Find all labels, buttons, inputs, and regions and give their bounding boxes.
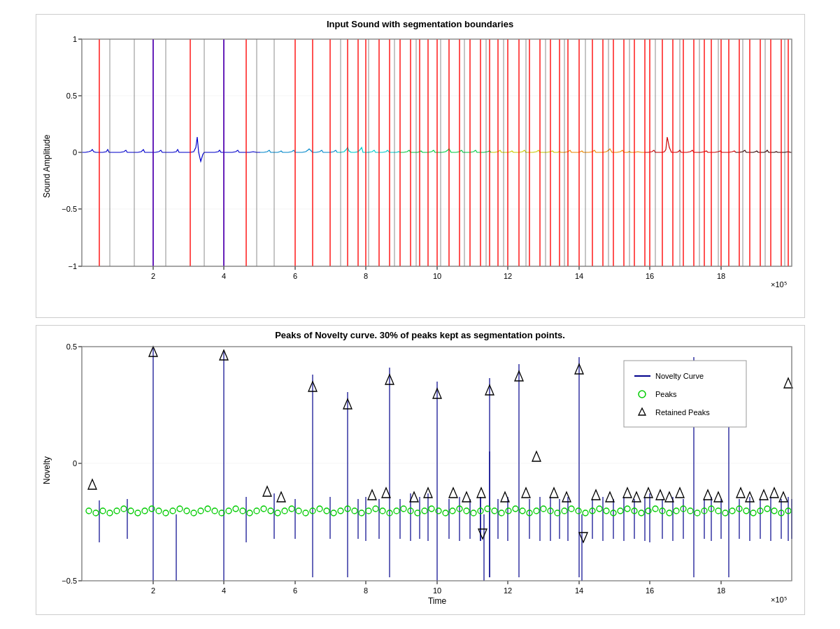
svg-text:Time: Time xyxy=(427,596,446,605)
svg-text:−0.5: −0.5 xyxy=(62,577,77,585)
top-chart-panel: Input Sound with segmentation boundaries… xyxy=(36,14,805,318)
main-container: Input Sound with segmentation boundaries… xyxy=(0,0,840,629)
svg-text:Peaks: Peaks xyxy=(655,390,677,398)
svg-text:Retained Peaks: Retained Peaks xyxy=(655,408,710,417)
svg-text:−1: −1 xyxy=(68,262,77,270)
svg-text:14: 14 xyxy=(574,272,583,280)
top-chart-svg: 1 0.5 0 −0.5 −1 2 4 6 8 10 12 14 16 xyxy=(36,15,806,287)
svg-text:0.5: 0.5 xyxy=(66,342,76,351)
svg-text:2: 2 xyxy=(150,586,155,595)
svg-text:8: 8 xyxy=(363,272,367,280)
svg-text:16: 16 xyxy=(645,272,653,280)
svg-text:4: 4 xyxy=(221,586,225,595)
svg-text:18: 18 xyxy=(716,272,725,280)
svg-rect-353 xyxy=(624,361,746,427)
bottom-chart-svg: 0.5 0 −0.5 2 4 6 8 10 12 14 16 18 ×10⁵ T… xyxy=(36,326,806,605)
svg-text:Novelty Curve: Novelty Curve xyxy=(655,372,704,380)
svg-text:−0.5: −0.5 xyxy=(62,205,77,213)
svg-text:2: 2 xyxy=(150,272,155,280)
svg-text:6: 6 xyxy=(292,586,297,595)
svg-text:×10⁵: ×10⁵ xyxy=(771,280,787,287)
svg-text:18: 18 xyxy=(716,586,725,595)
chart-container: Input Sound with segmentation boundaries… xyxy=(36,14,805,615)
svg-text:12: 12 xyxy=(503,272,511,280)
svg-text:1: 1 xyxy=(72,35,76,43)
svg-text:0.5: 0.5 xyxy=(66,92,76,100)
svg-text:0: 0 xyxy=(72,148,76,157)
svg-text:×10⁵: ×10⁵ xyxy=(771,595,787,604)
svg-text:4: 4 xyxy=(221,272,225,280)
svg-text:14: 14 xyxy=(574,586,583,595)
svg-text:12: 12 xyxy=(503,586,511,595)
svg-text:0: 0 xyxy=(72,459,76,468)
svg-text:6: 6 xyxy=(292,272,297,280)
svg-text:10: 10 xyxy=(432,272,441,280)
svg-text:8: 8 xyxy=(363,586,367,595)
bottom-chart-panel: Peaks of Novelty curve. 30% of peaks kep… xyxy=(36,325,805,615)
svg-text:10: 10 xyxy=(432,586,441,595)
svg-text:16: 16 xyxy=(645,586,653,595)
